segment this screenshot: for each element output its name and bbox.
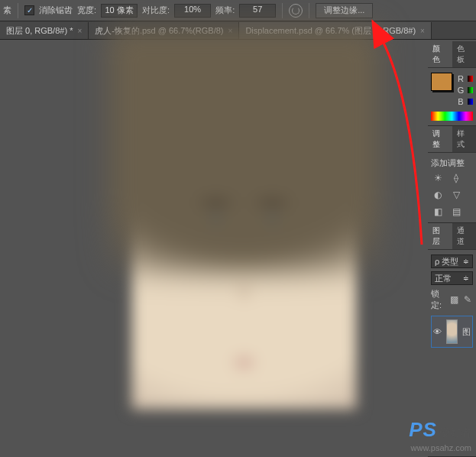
adjust-panel-tabs: 调整 样式 (428, 126, 476, 153)
lock-brush-icon[interactable]: ✎ (462, 293, 473, 306)
watermark: PS 爱好者 www.psahz.com (409, 418, 471, 452)
g-label: G (457, 86, 465, 95)
tab-color[interactable]: 颜色 (428, 41, 452, 67)
lock-label: 锁定: (431, 288, 445, 311)
document-tab-0[interactable]: 图层 0, RGB/8#) * × (0, 22, 89, 39)
levels-icon[interactable]: ⟠ (449, 172, 463, 184)
close-icon[interactable]: × (77, 27, 82, 35)
chevron-down-icon: ≑ (463, 274, 469, 282)
watermark-cn: 爱好者 (439, 426, 471, 439)
options-bar: 素 ✓ 消除锯齿 宽度: 10 像素 对比度: 10% 频率: 57 调整边缘.… (0, 0, 476, 21)
watermark-url: www.psahz.com (411, 443, 471, 452)
vibrance-icon[interactable]: ▽ (449, 189, 463, 201)
color-panel: R G B (428, 68, 476, 126)
right-panel-stack: 颜色 色板 R G B 调整 样式 添加调整 ☀ ⟠ ◐ ▽ ◧ ▤ 图层 通道 (428, 41, 476, 457)
layer-filter-select[interactable]: ρ 类型 ≑ (431, 254, 473, 268)
separator (282, 3, 283, 18)
exposure-icon[interactable]: ◐ (431, 189, 445, 201)
add-adjustment-label: 添加调整 (431, 157, 473, 169)
r-slider[interactable] (468, 76, 473, 82)
tab-adjustments[interactable]: 调整 (428, 126, 452, 152)
brightness-icon[interactable]: ☀ (431, 172, 445, 184)
tab-layers[interactable]: 图层 (428, 223, 452, 249)
antialias-checkbox[interactable]: ✓ (24, 5, 34, 15)
contrast-input[interactable]: 10% (174, 4, 211, 18)
layer-name: 图 (462, 326, 471, 338)
width-label: 宽度: (77, 5, 96, 16)
adjustments-panel: 添加调整 ☀ ⟠ ◐ ▽ ◧ ▤ (428, 153, 476, 223)
tab-channels[interactable]: 通道 (452, 223, 477, 249)
blend-mode-select[interactable]: 正常 ≑ (431, 271, 473, 285)
r-label: R (457, 74, 465, 83)
visibility-eye-icon[interactable]: 👁 (433, 327, 442, 336)
foreground-color-swatch[interactable] (431, 73, 452, 91)
antialias-label: 消除锯齿 (39, 5, 73, 16)
pen-pressure-icon[interactable] (289, 4, 303, 18)
invert-icon[interactable]: ▤ (449, 206, 463, 218)
color-panel-tabs: 颜色 色板 (428, 41, 476, 68)
separator (18, 3, 18, 18)
tab-swatches[interactable]: 色板 (452, 41, 477, 67)
layer-thumbnail[interactable] (446, 319, 458, 344)
canvas-area (0, 41, 428, 457)
truncated-label: 素 (3, 5, 11, 16)
tab-label: 图层 0, RGB/8#) * (6, 25, 73, 37)
b-label: B (457, 97, 465, 106)
layers-panel-tabs: 图层 通道 (428, 223, 476, 250)
layer-row-0[interactable]: 👁 图 (431, 316, 473, 348)
canvas-image (131, 50, 357, 410)
hue-ramp[interactable] (431, 112, 473, 121)
frequency-input[interactable]: 57 (239, 4, 276, 18)
tab-styles[interactable]: 样式 (452, 126, 477, 152)
photo-filter-icon[interactable]: ◧ (431, 206, 445, 218)
refine-edge-button[interactable]: 调整边缘... (316, 3, 373, 18)
contrast-label: 对比度: (142, 5, 170, 16)
g-slider[interactable] (468, 87, 473, 93)
b-slider[interactable] (468, 99, 473, 105)
separator (309, 3, 309, 18)
lock-row: 锁定: ▩ ✎ (431, 288, 473, 311)
watermark-logo: PS (409, 418, 437, 441)
lock-transparent-icon[interactable]: ▩ (448, 293, 459, 306)
close-icon[interactable]: × (420, 27, 425, 35)
width-input[interactable]: 10 像素 (101, 4, 138, 18)
chevron-down-icon: ≑ (463, 258, 469, 265)
frequency-label: 频率: (215, 5, 235, 16)
